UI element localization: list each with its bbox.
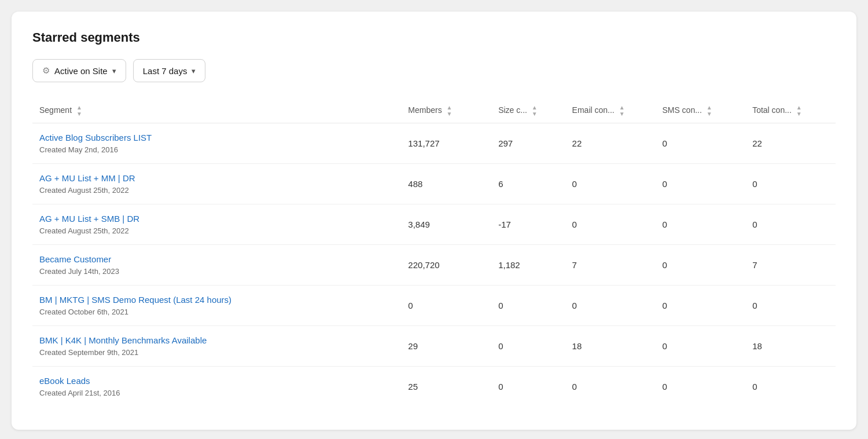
table-row: AG + MU List + SMB | DR Created August 2… — [32, 204, 836, 245]
table-row: BM | MKTG | SMS Demo Request (Last 24 ho… — [32, 286, 836, 326]
segment-cell-1: AG + MU List + MM | DR Created August 25… — [32, 164, 401, 204]
segment-sort-icon: ▲▼ — [76, 104, 82, 117]
segment-filter-chevron-icon: ▾ — [112, 67, 116, 75]
segments-table: Segment ▲▼ Members ▲▼ Size c... ▲▼ — [32, 98, 836, 407]
table-row: eBook Leads Created April 21st, 2016 25 … — [32, 367, 836, 407]
segment-cell-2: AG + MU List + SMB | DR Created August 2… — [32, 204, 401, 245]
size-change-cell-2: -17 — [491, 204, 565, 245]
total-con-cell-1: 0 — [745, 164, 836, 204]
col-header-sms-con[interactable]: SMS con... ▲▼ — [655, 98, 745, 123]
total-con-cell-3: 7 — [745, 245, 836, 286]
segment-cell-3: Became Customer Created July 14th, 2023 — [32, 245, 401, 286]
members-cell-0: 131,727 — [401, 123, 491, 164]
segment-name-link-3[interactable]: Became Customer — [39, 254, 394, 264]
segment-name-link-4[interactable]: BM | MKTG | SMS Demo Request (Last 24 ho… — [39, 295, 394, 305]
size-change-cell-1: 6 — [491, 164, 565, 204]
email-con-cell-1: 0 — [565, 164, 656, 204]
table-row: Became Customer Created July 14th, 2023 … — [32, 245, 836, 286]
segment-created-2: Created August 25th, 2022 — [39, 226, 129, 235]
segment-created-6: Created April 21st, 2016 — [39, 389, 120, 397]
members-cell-6: 25 — [401, 367, 491, 407]
total-con-cell-2: 0 — [745, 204, 836, 245]
time-filter-chevron-icon: ▾ — [192, 67, 196, 75]
segment-name-link-0[interactable]: Active Blog Subscribers LIST — [39, 133, 394, 142]
sms-con-cell-3: 0 — [655, 245, 745, 286]
table-row: BMK | K4K | Monthly Benchmarks Available… — [32, 326, 836, 367]
segment-created-0: Created May 2nd, 2016 — [39, 145, 118, 154]
col-header-total-con[interactable]: Total con... ▲▼ — [745, 98, 836, 123]
sms-con-cell-6: 0 — [655, 367, 745, 407]
time-filter-label: Last 7 days — [143, 66, 187, 76]
size-change-cell-5: 0 — [491, 326, 565, 367]
sms-con-cell-4: 0 — [655, 286, 745, 326]
segment-cell-4: BM | MKTG | SMS Demo Request (Last 24 ho… — [32, 286, 401, 326]
segment-created-1: Created August 25th, 2022 — [39, 186, 129, 195]
email-con-cell-5: 18 — [565, 326, 656, 367]
total-con-cell-6: 0 — [745, 367, 836, 407]
col-header-segment[interactable]: Segment ▲▼ — [32, 98, 401, 123]
segment-name-link-1[interactable]: AG + MU List + MM | DR — [39, 173, 394, 183]
segment-created-5: Created September 9th, 2021 — [39, 348, 138, 357]
starred-segments-card: Starred segments ⚙ Active on Site ▾ Last… — [12, 12, 856, 430]
email-con-cell-4: 0 — [565, 286, 656, 326]
table-header-row: Segment ▲▼ Members ▲▼ Size c... ▲▼ — [32, 98, 836, 123]
segment-name-link-2[interactable]: AG + MU List + SMB | DR — [39, 214, 394, 224]
email-con-cell-2: 0 — [565, 204, 656, 245]
members-sort-icon: ▲▼ — [447, 104, 453, 117]
sms-con-cell-5: 0 — [655, 326, 745, 367]
members-cell-2: 3,849 — [401, 204, 491, 245]
segment-created-3: Created July 14th, 2023 — [39, 267, 119, 276]
size-change-cell-4: 0 — [491, 286, 565, 326]
sms-sort-icon: ▲▼ — [707, 104, 712, 117]
members-cell-3: 220,720 — [401, 245, 491, 286]
members-cell-4: 0 — [401, 286, 491, 326]
page-title: Starred segments — [32, 30, 836, 45]
col-header-members[interactable]: Members ▲▼ — [401, 98, 491, 123]
segment-cell-6: eBook Leads Created April 21st, 2016 — [32, 367, 401, 407]
segment-created-4: Created October 6th, 2021 — [39, 308, 128, 316]
email-con-cell-6: 0 — [565, 367, 656, 407]
members-cell-5: 29 — [401, 326, 491, 367]
size-change-cell-3: 1,182 — [491, 245, 565, 286]
time-filter-button[interactable]: Last 7 days ▾ — [133, 59, 206, 82]
segment-filter-button[interactable]: ⚙ Active on Site ▾ — [32, 59, 126, 82]
col-header-email-con[interactable]: Email con... ▲▼ — [565, 98, 656, 123]
segment-filter-label: Active on Site — [54, 66, 108, 76]
col-header-size-change[interactable]: Size c... ▲▼ — [491, 98, 565, 123]
email-con-cell-3: 7 — [565, 245, 656, 286]
segment-cell-0: Active Blog Subscribers LIST Created May… — [32, 123, 401, 164]
gear-icon: ⚙ — [42, 65, 50, 76]
email-con-cell-0: 22 — [565, 123, 656, 164]
total-con-cell-0: 22 — [745, 123, 836, 164]
total-con-cell-4: 0 — [745, 286, 836, 326]
segment-name-link-6[interactable]: eBook Leads — [39, 376, 394, 386]
table-row: Active Blog Subscribers LIST Created May… — [32, 123, 836, 164]
size-sort-icon: ▲▼ — [532, 104, 538, 117]
size-change-cell-0: 297 — [491, 123, 565, 164]
size-change-cell-6: 0 — [491, 367, 565, 407]
sms-con-cell-2: 0 — [655, 204, 745, 245]
filters-bar: ⚙ Active on Site ▾ Last 7 days ▾ — [32, 59, 836, 82]
table-row: AG + MU List + MM | DR Created August 25… — [32, 164, 836, 204]
segment-name-link-5[interactable]: BMK | K4K | Monthly Benchmarks Available — [39, 335, 394, 345]
total-con-cell-5: 18 — [745, 326, 836, 367]
sms-con-cell-1: 0 — [655, 164, 745, 204]
email-sort-icon: ▲▼ — [619, 104, 625, 117]
members-cell-1: 488 — [401, 164, 491, 204]
sms-con-cell-0: 0 — [655, 123, 745, 164]
segment-cell-5: BMK | K4K | Monthly Benchmarks Available… — [32, 326, 401, 367]
total-sort-icon: ▲▼ — [796, 104, 802, 117]
